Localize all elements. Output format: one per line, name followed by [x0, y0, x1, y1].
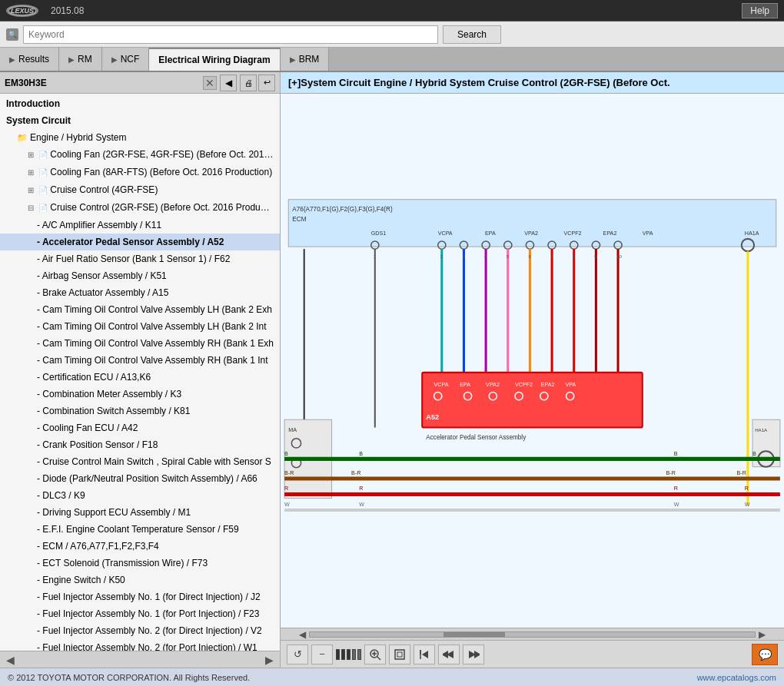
zoom-bar-5 [357, 649, 361, 660]
horizontal-scrollbar[interactable]: ◀ ▶ [281, 628, 784, 640]
scroll-right-button[interactable]: ▶ [756, 629, 769, 640]
tab-ewd[interactable]: Electrical Wiring Diagram [149, 48, 280, 71]
tree-item-efi-coolant[interactable]: - E.F.I. Engine Coolant Temperature Sens… [0, 521, 280, 538]
svg-marker-99 [443, 651, 448, 658]
panel-export-button[interactable]: ↩ [258, 75, 275, 91]
svg-text:B-R: B-R [284, 470, 294, 476]
tree-item-cruise-4gr[interactable]: ⊞ 📄Cruise Control (4GR-FSE) [0, 181, 280, 199]
tree-item-cooling-fan-8ar[interactable]: ⊞ 📄Cooling Fan (8AR-FTS) (Before Oct. 20… [0, 164, 280, 181]
svg-text:10: 10 [616, 254, 622, 259]
tab-rm[interactable]: ▶ RM [59, 48, 102, 71]
search-button[interactable]: Search [443, 25, 501, 44]
tab-brm[interactable]: ▶ BRM [281, 48, 330, 71]
close-button[interactable]: ✕ [203, 76, 217, 90]
chat-button[interactable]: 💬 [752, 644, 778, 665]
svg-text:HA1A: HA1A [755, 427, 768, 432]
tree-item-airbag[interactable]: - Airbag Sensor Assembly / K51 [0, 267, 280, 284]
tree-item-fuel-inj-2-port[interactable]: - Fuel Injector Assembly No. 2 (for Port… [0, 639, 280, 651]
scrollbar-track[interactable] [309, 631, 756, 638]
svg-marker-96 [422, 651, 428, 658]
tree-item-cam-rh-exh[interactable]: - Cam Timing Oil Control Valve Assembly … [0, 335, 280, 352]
tree-item-engine-switch[interactable]: - Engine Switch / K50 [0, 572, 280, 588]
tree-item-driving-ecu[interactable]: - Driving Support ECU Assembly / M1 [0, 504, 280, 521]
zoom-bar-2 [341, 649, 345, 660]
first-button[interactable] [414, 645, 435, 664]
svg-text:EPA2: EPA2 [541, 382, 555, 388]
tree-item-cooling-fan-2gr[interactable]: ⊞ 📄Cooling Fan (2GR-FSE, 4GR-FSE) (Befor… [0, 146, 280, 164]
svg-text:B: B [752, 451, 756, 457]
svg-text:LEXUS: LEXUS [11, 7, 34, 15]
tree-item-cam-lh-exh[interactable]: - Cam Timing Oil Control Valve Assembly … [0, 301, 280, 318]
toolbar-bottom: ↺ − 💬 [281, 640, 784, 668]
tree-item-ecm[interactable]: - ECM / A76,A77,F1,F2,F3,F4 [0, 538, 280, 555]
tree-item-cert-ecu[interactable]: - Certification ECU / A13,K6 [0, 369, 280, 386]
panel-title: EM30H3E [5, 78, 200, 88]
tree-item-fuel-inj-2-direct[interactable]: - Fuel Injector Assembly No. 2 (for Dire… [0, 622, 280, 639]
tree-item-brake[interactable]: - Brake Actuator Assembly / A15 [0, 284, 280, 301]
fit-button[interactable] [389, 645, 410, 664]
refresh-button[interactable]: ↺ [287, 645, 308, 664]
tab-rm-label: RM [78, 54, 92, 65]
tab-brm-arrow: ▶ [290, 55, 296, 64]
svg-text:W: W [674, 502, 679, 508]
tree-item-engine-hybrid[interactable]: 📁Engine / Hybrid System [0, 129, 280, 146]
tab-ncf[interactable]: ▶ NCF [102, 48, 150, 71]
tree-item-cruise-2gr[interactable]: ⊟ 📄Cruise Control (2GR-FSE) (Before Oct.… [0, 199, 280, 217]
svg-text:B-R: B-R [666, 470, 675, 476]
tree-item-cruise-main-sw[interactable]: - Cruise Control Main Switch , Spiral Ca… [0, 453, 280, 470]
tree-item-dlc3[interactable]: - DLC3 / K9 [0, 487, 280, 504]
tree-item-ac-amplifier[interactable]: - A/C Amplifier Assembly / K11 [0, 217, 280, 234]
tree-item-system-circuit[interactable]: System Circuit [0, 112, 280, 129]
tree-item-ect-solenoid[interactable]: - ECT Solenoid (Transmission Wire) / F73 [0, 555, 280, 572]
tree-item-accel-pedal[interactable]: - Accelerator Pedal Sensor Assembly / A5… [0, 234, 280, 250]
lexus-logo: LEXUS 2015.08 [6, 5, 84, 17]
svg-text:3: 3 [462, 254, 465, 259]
tree-item-fuel-inj-1-direct[interactable]: - Fuel Injector Assembly No. 1 (for Dire… [0, 588, 280, 605]
next-button[interactable] [463, 645, 484, 664]
tree-item-introduction[interactable]: Introduction [0, 95, 280, 112]
tree-item-comb-meter[interactable]: - Combination Meter Assembly / K3 [0, 386, 280, 403]
svg-text:W: W [745, 502, 750, 508]
tree-item-diode[interactable]: - Diode (Park/Neutral Position Switch As… [0, 470, 280, 487]
svg-text:8: 8 [573, 254, 576, 259]
nav-left-button[interactable]: ◀ [220, 75, 237, 91]
zoom-in-button[interactable] [364, 645, 386, 664]
expand-icon-3: ⊞ [28, 186, 34, 194]
scrollbar-thumb[interactable] [443, 632, 505, 637]
svg-text:VCPF2: VCPF2 [515, 382, 533, 388]
svg-text:HA1A: HA1A [745, 230, 759, 237]
tree-item-cam-rh-int[interactable]: - Cam Timing Oil Control Valve Assembly … [0, 352, 280, 369]
tree-area[interactable]: Introduction System Circuit 📁Engine / Hy… [0, 94, 280, 651]
tree-scroll-left[interactable]: ◀ [6, 654, 15, 666]
left-panel: EM30H3E ✕ ◀ 🖨 ↩ Introduction System Circ… [0, 72, 281, 668]
scroll-left-button[interactable]: ◀ [296, 629, 309, 640]
tree-item-cooling-ecu[interactable]: - Cooling Fan ECU / A42 [0, 419, 280, 436]
tab-results[interactable]: ▶ Results [0, 48, 59, 71]
expand-icon-2: ⊞ [28, 168, 34, 177]
tree-item-crank-pos[interactable]: - Crank Position Sensor / F18 [0, 436, 280, 453]
footer-copyright: © 2012 TOYOTA MOTOR CORPORATION. All Rig… [8, 673, 250, 682]
svg-text:VCPA: VCPA [438, 230, 453, 237]
help-button[interactable]: Help [742, 3, 778, 18]
tree-item-air-fuel[interactable]: - Air Fuel Ratio Sensor (Bank 1 Sensor 1… [0, 250, 280, 267]
svg-text:A52: A52 [426, 413, 439, 421]
expand-icon-1: ⊞ [28, 151, 34, 159]
tree-item-comb-switch[interactable]: - Combination Switch Assembly / K81 [0, 403, 280, 419]
svg-text:1: 1 [374, 254, 377, 259]
svg-text:B: B [674, 451, 678, 457]
zoom-out-button[interactable]: − [311, 645, 333, 664]
tree-scroll-right[interactable]: ▶ [265, 654, 274, 666]
panel-print-button[interactable]: 🖨 [240, 75, 257, 91]
svg-text:EPA: EPA [485, 230, 496, 237]
zoom-bar-1 [336, 649, 340, 660]
svg-text:VCPA: VCPA [434, 382, 449, 388]
prev-button[interactable] [438, 645, 460, 664]
svg-text:R: R [284, 486, 288, 492]
keyword-input[interactable] [23, 25, 438, 44]
svg-text:4: 4 [484, 254, 487, 259]
tree-item-cam-lh-int[interactable]: - Cam Timing Oil Control Valve Assembly … [0, 318, 280, 335]
diagram-area[interactable]: A76(A770,F1(G),F2(G),F3(G),F4(R) ECM GDS… [281, 94, 784, 628]
doc-icon-2: 📄 [38, 168, 48, 177]
tree-item-fuel-inj-1-port[interactable]: - Fuel Injector Assembly No. 1 (for Port… [0, 605, 280, 622]
svg-marker-101 [474, 651, 480, 658]
